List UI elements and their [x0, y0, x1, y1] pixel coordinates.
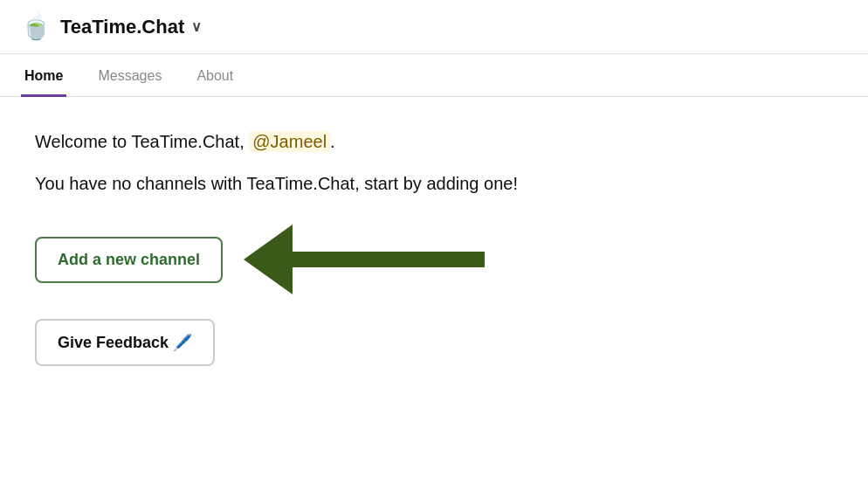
nav-tabs: Home Messages About	[0, 54, 868, 97]
no-channels-message: You have no channels with TeaTime.Chat, …	[35, 170, 833, 197]
tab-messages[interactable]: Messages	[94, 54, 165, 97]
app-header: 🍵 TeaTime.Chat ∨	[0, 0, 868, 54]
tab-about[interactable]: About	[193, 54, 237, 97]
arrow-indicator	[223, 225, 485, 294]
arrow-container	[244, 225, 485, 294]
app-title[interactable]: TeaTime.Chat ∨	[60, 16, 202, 38]
app-logo-icon: 🍵	[21, 12, 52, 41]
arrow-body	[293, 252, 485, 267]
welcome-message: Welcome to TeaTime.Chat, @Jameel.	[35, 128, 833, 155]
user-mention: @Jameel	[249, 131, 330, 152]
give-feedback-button[interactable]: Give Feedback 🖊️	[35, 319, 215, 366]
app-name-text: TeaTime.Chat	[60, 16, 184, 38]
chevron-down-icon[interactable]: ∨	[191, 18, 202, 35]
tab-home[interactable]: Home	[21, 54, 66, 97]
add-channel-button[interactable]: Add a new channel	[35, 237, 223, 283]
add-channel-section: Add a new channel	[35, 225, 833, 294]
arrow-head-icon	[244, 225, 293, 294]
welcome-period: .	[330, 132, 335, 151]
main-content: Welcome to TeaTime.Chat, @Jameel. You ha…	[0, 97, 868, 398]
feedback-label: Give Feedback 🖊️	[58, 334, 192, 351]
welcome-text-prefix: Welcome to TeaTime.Chat,	[35, 132, 249, 151]
